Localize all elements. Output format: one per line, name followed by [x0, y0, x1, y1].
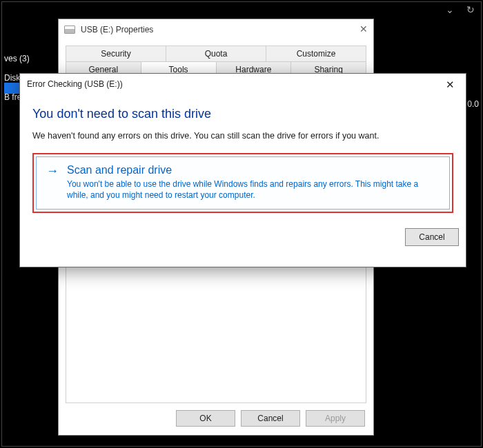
- ok-button[interactable]: OK: [176, 410, 235, 427]
- scan-repair-action[interactable]: → Scan and repair drive You won't be abl…: [36, 156, 450, 210]
- dialog-titlebar[interactable]: Error Checking (USB (E:)) ✕: [20, 74, 466, 94]
- value-label: 0.0: [467, 99, 479, 109]
- highlight-box: → Scan and repair drive You won't be abl…: [32, 153, 453, 213]
- arrow-right-icon: →: [46, 164, 59, 179]
- apply-button: Apply: [306, 410, 365, 427]
- topbar-icons: ⌄ ↻: [446, 4, 475, 15]
- refresh-icon[interactable]: ↻: [466, 4, 475, 15]
- close-icon[interactable]: ✕: [359, 23, 368, 34]
- error-checking-dialog: Error Checking (USB (E:)) ✕ You don't ne…: [19, 73, 466, 267]
- drive-icon: [64, 26, 75, 34]
- chevron-down-icon[interactable]: ⌄: [446, 4, 454, 15]
- properties-buttons: OK Cancel Apply: [66, 403, 366, 429]
- dialog-heading: You don't need to scan this drive: [32, 107, 453, 121]
- dialog-cancel-button[interactable]: Cancel: [405, 228, 459, 246]
- action-description: You won't be able to use the drive while…: [67, 179, 440, 201]
- selection-bar: [4, 83, 21, 94]
- action-title: Scan and repair drive: [67, 164, 440, 176]
- dialog-message: We haven't found any errors on this driv…: [32, 131, 453, 141]
- cancel-button[interactable]: Cancel: [241, 410, 300, 427]
- dialog-title: Error Checking (USB (E:)): [27, 79, 123, 89]
- close-icon[interactable]: ✕: [442, 77, 459, 92]
- tab-quota[interactable]: Quota: [166, 46, 266, 62]
- properties-titlebar[interactable]: USB (E:) Properties ✕: [59, 19, 373, 40]
- tab-security[interactable]: Security: [66, 46, 166, 62]
- tab-customize[interactable]: Customize: [266, 46, 366, 62]
- drives-count-label: ves (3): [4, 54, 30, 63]
- properties-title: USB (E:) Properties: [81, 25, 153, 34]
